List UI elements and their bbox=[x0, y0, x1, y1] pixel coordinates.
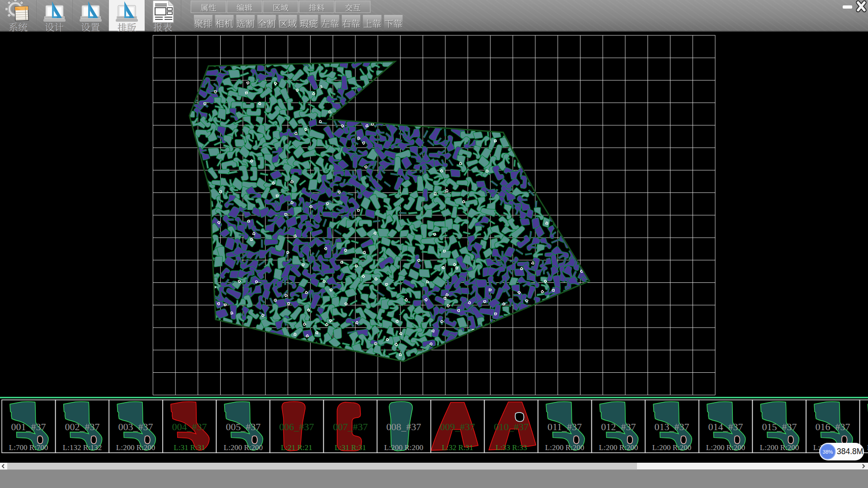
svg-text:001_#37: 001_#37 bbox=[11, 421, 46, 432]
svg-text:L:200 R:200: L:200 R:200 bbox=[599, 443, 638, 452]
svg-text:38%: 38% bbox=[822, 449, 833, 455]
svg-text:006_#37: 006_#37 bbox=[279, 421, 314, 432]
svg-text:L:31 R:31: L:31 R:31 bbox=[174, 443, 205, 452]
svg-text:005_#37: 005_#37 bbox=[226, 421, 261, 432]
svg-text:003_#37: 003_#37 bbox=[118, 421, 153, 432]
svg-text:L:21 R:21: L:21 R:21 bbox=[281, 443, 312, 452]
svg-text:L:700 R:700: L:700 R:700 bbox=[9, 443, 48, 452]
svg-text:L:200 R:200: L:200 R:200 bbox=[760, 443, 799, 452]
svg-text:L:200 R:200: L:200 R:200 bbox=[116, 443, 155, 452]
svg-text:L:132 R:132: L:132 R:132 bbox=[63, 443, 102, 452]
svg-text:L:200 R:200: L:200 R:200 bbox=[706, 443, 745, 452]
svg-text:011_#37: 011_#37 bbox=[547, 421, 582, 432]
svg-text:002_#37: 002_#37 bbox=[65, 421, 100, 432]
svg-text:384.8M: 384.8M bbox=[837, 447, 863, 456]
svg-text:004_#37: 004_#37 bbox=[172, 421, 207, 432]
svg-text:L:31 R:31: L:31 R:31 bbox=[335, 443, 366, 452]
svg-text:008_#37: 008_#37 bbox=[387, 421, 421, 432]
svg-text:013_#37: 013_#37 bbox=[655, 421, 689, 432]
svg-text:016_#37: 016_#37 bbox=[816, 421, 850, 432]
svg-text:L:200 R:200: L:200 R:200 bbox=[545, 443, 584, 452]
svg-text:009_#37: 009_#37 bbox=[440, 421, 475, 432]
svg-text:014_#37: 014_#37 bbox=[708, 421, 743, 432]
svg-text:L:32 R:31: L:32 R:31 bbox=[442, 443, 473, 452]
svg-text:007_#37: 007_#37 bbox=[333, 421, 368, 432]
svg-text:L:200 R:200: L:200 R:200 bbox=[384, 443, 423, 452]
svg-text:L:200 R:200: L:200 R:200 bbox=[652, 443, 691, 452]
svg-text:012_#37: 012_#37 bbox=[601, 421, 636, 432]
svg-text:010_#37: 010_#37 bbox=[494, 421, 529, 432]
svg-text:015_#37: 015_#37 bbox=[762, 421, 797, 432]
svg-text:L:33 R:33: L:33 R:33 bbox=[495, 443, 527, 452]
svg-text:L:200 R:200: L:200 R:200 bbox=[224, 443, 263, 452]
